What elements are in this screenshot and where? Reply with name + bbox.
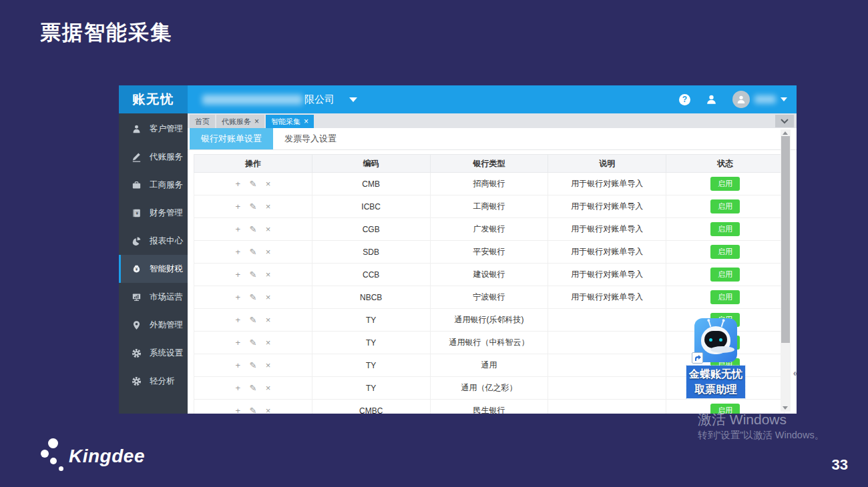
delete-icon[interactable]: × [266,179,271,189]
delete-icon[interactable]: × [266,247,271,257]
bank-code-cell: CGB [312,218,430,241]
app-header: 账无忧 限公司 ? [119,85,797,113]
delete-icon[interactable]: × [266,406,271,414]
add-icon[interactable]: + [236,292,241,302]
table-row: + ✎ × CCB 建设银行 用于银行对账单导入 启用 [194,264,785,286]
sidebar-item-finance[interactable]: ¥ 财务管理 [119,199,188,227]
edit-icon[interactable]: ✎ [249,360,256,370]
status-enabled-button[interactable]: 启用 [710,177,740,191]
desktop-shortcut-ticket-assistant[interactable]: 金蝶账无忧 取票助理 [686,318,745,398]
table-row: + ✎ × NBCB 宁波银行 用于银行对账单导入 启用 [194,286,785,309]
bank-code-cell: ICBC [312,195,430,218]
bank-type-cell: 建设银行 [430,264,548,286]
delete-icon[interactable]: × [266,292,271,302]
status-cell: 启用 [666,286,785,309]
delete-icon[interactable]: × [266,315,271,325]
sidebar-item-business[interactable]: 工商服务 [119,171,188,199]
sidebar-item-customers[interactable]: 客户管理 [119,115,188,143]
edit-icon[interactable]: ✎ [249,315,256,325]
edit-icon[interactable]: ✎ [249,406,256,414]
status-cell: 启用 [666,173,785,195]
edit-icon[interactable]: ✎ [249,224,256,234]
collapse-panel-icon[interactable]: « [793,367,797,378]
column-header: 操作 [194,155,312,173]
user-icon[interactable] [705,93,718,106]
sidebar-item-bookkeeping[interactable]: 代账服务 [119,143,188,171]
note-cell: 用于银行对账单导入 [548,218,666,241]
status-enabled-button[interactable]: 启用 [710,222,740,236]
add-icon[interactable]: + [236,383,241,393]
help-icon[interactable]: ? [679,94,690,105]
add-icon[interactable]: + [236,315,241,325]
pencil-icon [130,151,142,163]
edit-icon[interactable]: ✎ [249,338,256,348]
status-enabled-button[interactable]: 启用 [710,245,740,259]
delete-icon[interactable]: × [266,224,271,234]
tab-list-dropdown-button[interactable] [775,115,794,127]
status-enabled-button[interactable]: 启用 [710,268,740,282]
status-enabled-button[interactable]: 启用 [710,199,740,213]
add-icon[interactable]: + [236,270,241,280]
edit-icon[interactable]: ✎ [249,247,256,257]
shortcut-arrow-icon [692,352,703,364]
add-icon[interactable]: + [236,224,241,234]
delete-icon[interactable]: × [266,360,271,370]
add-icon[interactable]: + [236,360,241,370]
tab-label: 首页 [195,117,210,127]
sidebar-item-analysis[interactable]: 轻分析 [119,367,188,395]
add-icon[interactable]: + [236,338,241,348]
page-number: 33 [832,456,848,474]
add-icon[interactable]: + [236,247,241,257]
sidebar-item-label: 报表中心 [150,235,183,247]
status-enabled-button[interactable]: 启用 [710,290,740,304]
money-bag-icon: ¥ [130,263,142,275]
add-icon[interactable]: + [236,406,241,414]
op-cell: + ✎ × [194,332,312,354]
delete-icon[interactable]: × [266,201,271,211]
edit-icon[interactable]: ✎ [249,179,256,189]
scrollbar-thumb[interactable] [781,136,790,343]
sidebar-item-label: 智能财税 [150,264,183,275]
tab-bookkeeping[interactable]: 代账服务 × [216,115,264,128]
logo-wordmark: Kingdee [69,446,145,467]
logo-dot [48,438,58,448]
column-header: 说明 [548,155,666,173]
tab-strip: 首页 代账服务 × 智能采集 × [188,113,797,128]
account-menu[interactable] [732,91,787,108]
subtab-bank-statement-settings[interactable]: 银行对账单设置 [190,128,273,149]
scroll-up-icon[interactable] [783,131,788,135]
kingdee-logo: Kingdee [37,436,190,477]
tab-smart-collect[interactable]: 智能采集 × [266,115,314,128]
close-icon[interactable]: × [304,117,308,125]
app-logo: 账无忧 [119,85,188,113]
delete-icon[interactable]: × [266,383,271,393]
delete-icon[interactable]: × [266,338,271,348]
note-cell [548,309,666,332]
tab-home[interactable]: 首页 [190,115,215,128]
sidebar-item-smart-tax[interactable]: ¥ 智能财税 [119,255,188,283]
sidebar-item-marketing[interactable]: 市场运营 [119,283,188,311]
sidebar-item-label: 财务管理 [150,207,183,219]
op-cell: + ✎ × [194,264,312,286]
op-cell: + ✎ × [194,195,312,218]
subtab-invoice-import-settings[interactable]: 发票导入设置 [273,128,348,149]
scroll-down-icon[interactable] [783,406,788,410]
bank-type-cell: 广发银行 [430,218,548,241]
close-icon[interactable]: × [254,117,259,125]
svg-text:¥: ¥ [135,266,138,271]
sidebar-item-reports[interactable]: 报表中心 [119,227,188,255]
add-icon[interactable]: + [236,201,241,211]
table-header-row: 操作 编码 银行类型 说明 状态 [194,155,785,173]
sidebar-item-settings[interactable]: 系统设置 [119,339,188,367]
edit-icon[interactable]: ✎ [249,292,256,302]
shortcut-label: 金蝶账无忧 取票助理 [686,366,745,398]
edit-icon[interactable]: ✎ [249,270,256,280]
edit-icon[interactable]: ✎ [249,201,256,211]
delete-icon[interactable]: × [266,270,271,280]
sidebar-item-field-work[interactable]: 外勤管理 [119,311,188,339]
vertical-scrollbar[interactable] [781,129,791,412]
edit-icon[interactable]: ✎ [249,383,256,393]
add-icon[interactable]: + [236,179,241,189]
company-selector[interactable]: 限公司 [202,93,357,106]
shortcut-label-line1: 金蝶账无忧 [686,366,745,382]
